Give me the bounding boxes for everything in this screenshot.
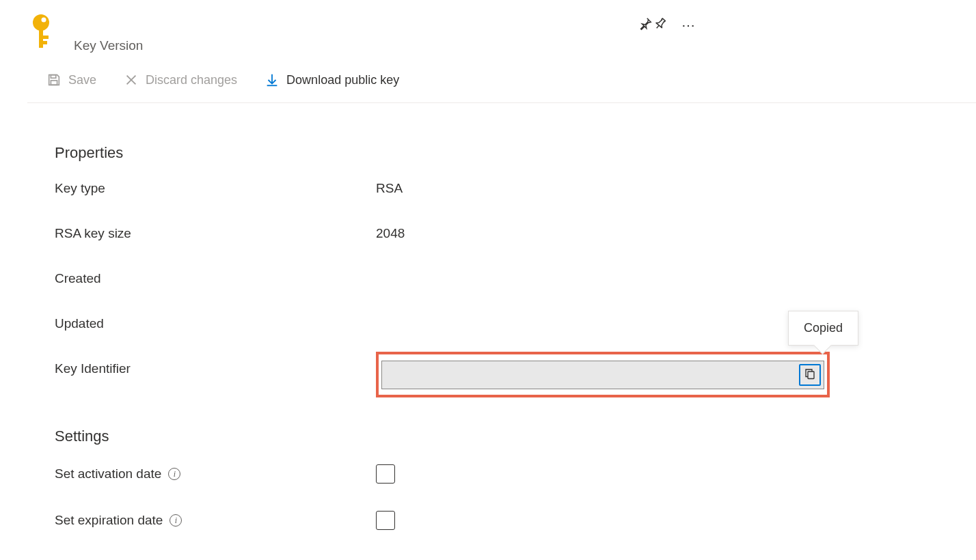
copy-button[interactable]: [799, 364, 821, 386]
created-row: Created: [55, 271, 976, 286]
download-button[interactable]: Download public key: [259, 70, 405, 90]
page-header: Key Version ⋯: [27, 0, 976, 53]
info-icon[interactable]: i: [168, 468, 180, 480]
download-label: Download public key: [286, 73, 399, 87]
updated-label: Updated: [55, 316, 376, 331]
key-type-value: RSA: [376, 181, 403, 196]
ellipsis-icon: ⋯: [681, 18, 696, 33]
svg-rect-4: [43, 41, 47, 44]
more-button[interactable]: ⋯: [679, 16, 699, 35]
copied-tooltip: Copied: [788, 311, 858, 346]
properties-heading: Properties: [55, 144, 976, 162]
save-label: Save: [68, 73, 96, 87]
svg-rect-6: [51, 75, 55, 79]
key-size-label: RSA key size: [55, 226, 376, 241]
info-icon[interactable]: i: [170, 514, 182, 527]
pin-button[interactable]: [635, 14, 655, 36]
svg-rect-3: [43, 36, 49, 39]
key-identifier-row: Key Identifier Copied: [55, 361, 976, 397]
created-label: Created: [55, 271, 376, 286]
discard-button[interactable]: Discard changes: [118, 70, 243, 90]
key-identifier-input[interactable]: [389, 369, 799, 381]
save-button[interactable]: Save: [41, 70, 102, 90]
pin-icon: [653, 16, 668, 31]
download-icon: [265, 72, 280, 87]
expiration-date-row: Set expiration date i: [55, 511, 976, 530]
toolbar: Save Discard changes Download public key: [27, 70, 976, 103]
tooltip-text: Copied: [804, 321, 843, 335]
save-icon: [46, 72, 62, 87]
content-area: Properties Key type RSA RSA key size 204…: [27, 103, 976, 530]
svg-rect-2: [39, 29, 43, 48]
key-type-row: Key type RSA: [55, 181, 976, 196]
key-icon: [27, 14, 60, 51]
svg-rect-12: [808, 372, 814, 379]
svg-line-5: [657, 25, 660, 28]
copy-icon: [804, 367, 816, 382]
activation-date-label: Set activation date i: [55, 466, 376, 481]
discard-label: Discard changes: [146, 73, 237, 87]
pin-icon: [638, 23, 653, 33]
svg-point-1: [42, 18, 46, 23]
key-size-row: RSA key size 2048: [55, 226, 976, 241]
key-type-label: Key type: [55, 181, 376, 196]
page-subtitle: Key Version: [74, 38, 143, 53]
key-identifier-label: Key Identifier: [55, 361, 376, 376]
expiration-date-label: Set expiration date i: [55, 513, 376, 528]
close-icon: [124, 72, 139, 87]
activation-date-checkbox[interactable]: [376, 464, 395, 484]
key-identifier-highlight: Copied: [376, 352, 830, 397]
activation-date-row: Set activation date i: [55, 464, 976, 484]
key-identifier-input-wrap: [381, 361, 824, 389]
expiration-date-checkbox[interactable]: [376, 511, 395, 530]
svg-point-0: [33, 14, 49, 31]
settings-heading: Settings: [55, 428, 976, 445]
svg-rect-7: [51, 81, 57, 85]
key-size-value: 2048: [376, 226, 405, 241]
